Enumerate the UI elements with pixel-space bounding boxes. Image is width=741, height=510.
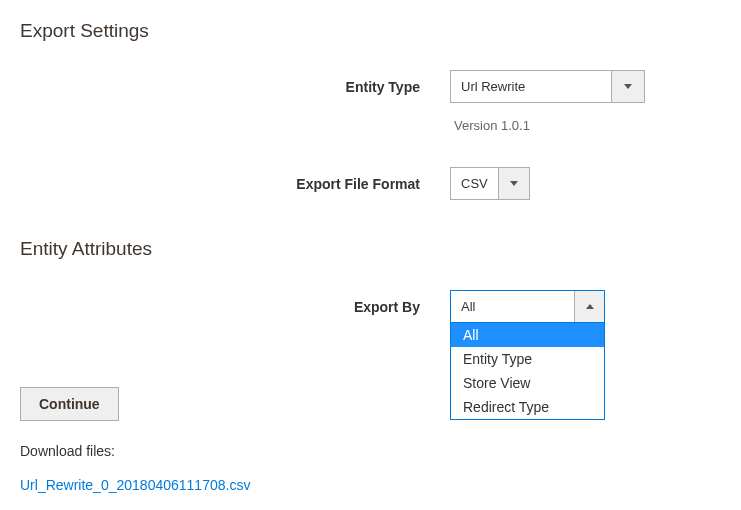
export-file-format-select[interactable]: CSV [450, 167, 530, 200]
chevron-up-icon [574, 291, 604, 322]
export-by-option-entity-type[interactable]: Entity Type [451, 347, 604, 371]
entity-type-row: Entity Type Url Rewrite [20, 70, 721, 103]
export-by-option-store-view[interactable]: Store View [451, 371, 604, 395]
continue-button[interactable]: Continue [20, 387, 119, 421]
export-by-select[interactable]: All [450, 290, 605, 323]
chevron-down-icon [611, 71, 644, 102]
export-by-dropdown: All Entity Type Store View Redirect Type [450, 323, 605, 420]
entity-type-value: Url Rewrite [451, 71, 611, 102]
download-file-link[interactable]: Url_Rewrite_0_20180406111708.csv [20, 477, 250, 493]
export-file-format-value: CSV [451, 168, 498, 199]
export-settings-title: Export Settings [20, 20, 721, 42]
export-by-option-redirect-type[interactable]: Redirect Type [451, 395, 604, 419]
export-by-label: Export By [20, 299, 450, 315]
version-text: Version 1.0.1 [452, 118, 530, 133]
entity-attributes-title: Entity Attributes [20, 238, 721, 260]
export-by-value: All [451, 291, 574, 322]
export-file-format-row: Export File Format CSV [20, 167, 721, 200]
export-file-format-label: Export File Format [20, 176, 450, 192]
chevron-down-icon [498, 168, 529, 199]
download-files-label: Download files: [20, 443, 721, 459]
export-by-option-all[interactable]: All [451, 323, 604, 347]
entity-type-select[interactable]: Url Rewrite [450, 70, 645, 103]
export-by-row: Export By All All Entity Type Store View… [20, 290, 721, 323]
entity-type-label: Entity Type [20, 79, 450, 95]
